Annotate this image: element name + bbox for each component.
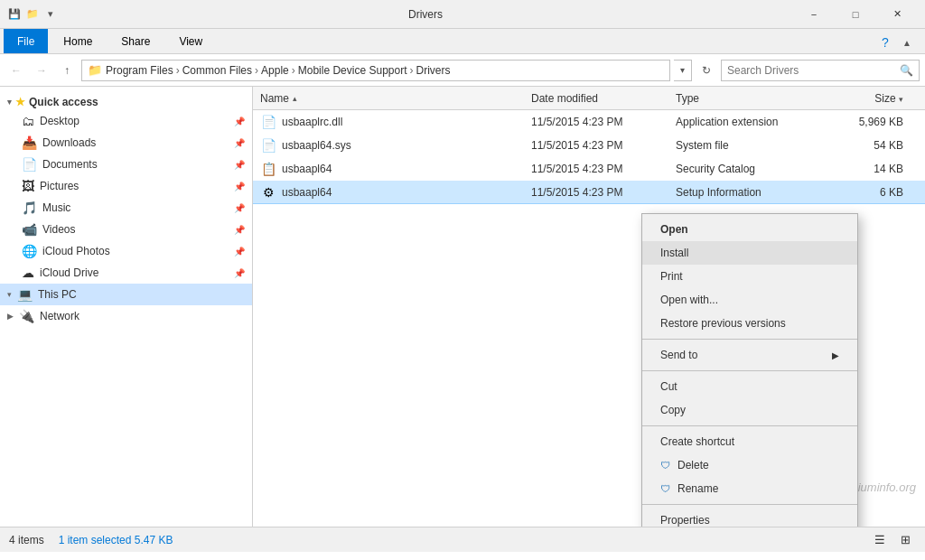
details-view-button[interactable]: ☰ (869, 531, 891, 549)
pin-icon-documents: 📌 (234, 160, 245, 170)
path-common-files[interactable]: Common Files (182, 64, 252, 77)
quick-access-header[interactable]: ▾ ★ Quick access (0, 94, 252, 110)
tab-view[interactable]: View (165, 29, 216, 53)
search-box[interactable]: 🔍 (721, 60, 920, 81)
path-mobile-device-support[interactable]: Mobile Device Support (298, 64, 407, 77)
help-button[interactable]: ? (874, 32, 896, 53)
sidebar-item-icloud-photos[interactable]: 🌐 iCloud Photos 📌 (0, 240, 252, 262)
minimize-button[interactable]: − (793, 0, 835, 29)
sidebar-item-music[interactable]: 🎵 Music 📌 (0, 197, 252, 219)
this-pc-icon: 💻 (17, 287, 33, 302)
file-date-3: 11/5/2015 4:23 PM (531, 163, 676, 175)
tab-share[interactable]: Share (107, 29, 164, 53)
documents-icon: 📄 (22, 157, 37, 172)
maximize-button[interactable]: □ (835, 0, 876, 29)
file-size-1: 5,969 KB (838, 116, 918, 128)
col-size[interactable]: Size ▾ (838, 92, 918, 105)
context-menu: Open Install Print Open with... Restore … (641, 213, 858, 527)
tab-home[interactable]: Home (50, 29, 106, 53)
close-button[interactable]: ✕ (876, 0, 918, 29)
address-chevron[interactable]: ▾ (674, 60, 692, 81)
window-title: Drivers (58, 8, 793, 21)
sidebar-item-pictures[interactable]: 🖼 Pictures 📌 (0, 175, 252, 197)
forward-button: → (31, 60, 52, 81)
sidebar-label-videos: Videos (42, 223, 75, 236)
ribbon-tabs: File Home Share View ? ▲ (0, 29, 925, 53)
sort-icon: ▴ (293, 94, 297, 103)
pin-icon-downloads: 📌 (234, 138, 245, 148)
ctx-create-shortcut[interactable]: Create shortcut (642, 430, 857, 453)
col-type[interactable]: Type (676, 92, 838, 105)
pin-icon-icloud-drive: 📌 (234, 268, 245, 278)
search-input[interactable] (727, 64, 900, 77)
path-drivers[interactable]: Drivers (416, 64, 450, 77)
ctx-install[interactable]: Install (642, 241, 857, 265)
ctx-open[interactable]: Open (642, 218, 857, 241)
quick-access-label: Quick access (29, 96, 98, 108)
videos-icon: 📹 (22, 222, 37, 237)
table-row[interactable]: 📄 usbaaplrc.dll 11/5/2015 4:23 PM Applic… (253, 110, 925, 134)
size-sort-icon: ▾ (899, 95, 903, 104)
path-segment-folder[interactable]: 📁 (88, 63, 102, 77)
selected-count: 1 item selected 5.47 KB (59, 534, 173, 546)
table-row[interactable]: ⚙ usbaapl64 11/5/2015 4:23 PM Setup Info… (253, 181, 925, 204)
pin-icon-pictures: 📌 (234, 182, 245, 191)
file-name-3: usbaapl64 (282, 163, 531, 175)
back-button: ← (5, 60, 27, 81)
ctx-send-to[interactable]: Send to ▶ (642, 343, 857, 367)
file-size-2: 54 KB (838, 139, 918, 152)
sidebar-item-this-pc[interactable]: ▾ 💻 This PC (0, 284, 252, 305)
tab-file[interactable]: File (4, 29, 48, 53)
path-program-files[interactable]: Program Files (106, 64, 173, 77)
file-type-3: Security Catalog (676, 163, 838, 175)
pin-icon-videos: 📌 (234, 225, 245, 235)
shield-icon-delete: 🛡 (660, 460, 670, 471)
sidebar-item-downloads[interactable]: 📥 Downloads 📌 (0, 132, 252, 154)
ribbon-collapse-button[interactable]: ▲ (896, 32, 918, 53)
sidebar-label-pictures: Pictures (40, 180, 79, 192)
file-icon-4: ⚙ (260, 184, 276, 201)
file-name-4: usbaapl64 (282, 186, 531, 199)
col-date[interactable]: Date modified (531, 92, 676, 105)
item-count: 4 items (9, 534, 44, 546)
table-row[interactable]: 📄 usbaapl64.sys 11/5/2015 4:23 PM System… (253, 134, 925, 157)
file-size-4: 6 KB (838, 186, 918, 199)
sidebar-item-icloud-drive[interactable]: ☁ iCloud Drive 📌 (0, 262, 252, 284)
title-bar-icons: 💾 📁 ▾ (7, 7, 58, 22)
file-area: Name ▴ Date modified Type Size ▾ 📄 usbaa… (253, 87, 925, 527)
col-name[interactable]: Name ▴ (260, 92, 531, 105)
search-icon: 🔍 (900, 64, 913, 77)
list-view-button[interactable]: ⊞ (894, 531, 916, 549)
ctx-rename[interactable]: 🛡 Rename (642, 477, 857, 500)
ctx-sep-2 (642, 370, 857, 371)
status-bar: 4 items 1 item selected 5.47 KB ☰ ⊞ (0, 527, 925, 552)
ctx-print[interactable]: Print (642, 265, 857, 288)
address-path[interactable]: 📁 Program Files › Common Files › Apple ›… (81, 60, 670, 81)
pin-icon-music: 📌 (234, 203, 245, 213)
ctx-restore[interactable]: Restore previous versions (642, 312, 857, 335)
file-size-3: 14 KB (838, 163, 918, 175)
path-apple[interactable]: Apple (261, 64, 289, 77)
sidebar-label-documents: Documents (42, 158, 98, 171)
table-row[interactable]: 📋 usbaapl64 11/5/2015 4:23 PM Security C… (253, 157, 925, 181)
file-type-2: System file (676, 139, 838, 152)
icloud-photos-icon: 🌐 (22, 244, 37, 258)
view-toggle: ☰ ⊞ (869, 531, 916, 549)
sidebar-item-documents[interactable]: 📄 Documents 📌 (0, 154, 252, 175)
ctx-properties[interactable]: Properties (642, 509, 857, 527)
refresh-button[interactable]: ↻ (696, 60, 717, 81)
up-button[interactable]: ↑ (56, 60, 78, 81)
title-bar: 💾 📁 ▾ Drivers − □ ✕ (0, 0, 925, 29)
sidebar-label-music: Music (42, 201, 70, 214)
network-expand-icon: ▶ (7, 312, 14, 321)
sidebar-item-network[interactable]: ▶ 🔌 Network (0, 305, 252, 327)
sidebar-item-videos[interactable]: 📹 Videos 📌 (0, 219, 252, 240)
file-type-1: Application extension (676, 116, 838, 128)
sidebar-item-desktop[interactable]: 🗂 Desktop 📌 (0, 110, 252, 132)
send-to-arrow: ▶ (832, 350, 839, 360)
dropdown-icon[interactable]: ▾ (43, 7, 58, 22)
ctx-copy[interactable]: Copy (642, 398, 857, 422)
ctx-cut[interactable]: Cut (642, 375, 857, 398)
ctx-delete[interactable]: 🛡 Delete (642, 453, 857, 477)
ctx-open-with[interactable]: Open with... (642, 288, 857, 312)
